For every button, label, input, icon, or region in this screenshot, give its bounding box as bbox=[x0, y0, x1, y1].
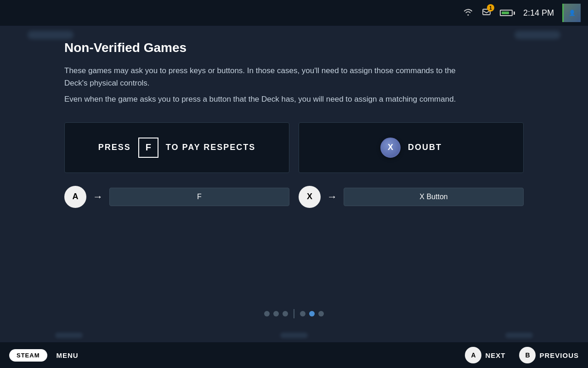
mapping-row: A → F X → X Button bbox=[64, 186, 524, 208]
card-press-f: PRESS F TO PAY RESPECTS bbox=[64, 122, 289, 173]
prev-btn-circle: B bbox=[519, 347, 536, 363]
mapping-value-f[interactable]: F bbox=[109, 188, 289, 206]
wifi-icon bbox=[463, 8, 473, 18]
dot-divider bbox=[294, 309, 294, 318]
clock: 2:14 PM bbox=[523, 8, 554, 18]
deco-bottom-right bbox=[505, 333, 533, 338]
mapping-item-x: X → X Button bbox=[299, 186, 524, 208]
dot-4[interactable] bbox=[300, 311, 305, 316]
deco-bottom-left bbox=[55, 333, 83, 338]
dot-2[interactable] bbox=[273, 311, 279, 316]
notification-icon[interactable]: 1 bbox=[481, 7, 492, 19]
avatar[interactable]: 👤 bbox=[562, 4, 581, 22]
prev-label: PREVIOUS bbox=[539, 351, 579, 359]
dot-1[interactable] bbox=[264, 311, 270, 316]
card-doubt-text: DOUBT bbox=[408, 143, 442, 152]
top-bar: 1 2:14 PM 👤 bbox=[0, 0, 588, 26]
cards-row: PRESS F TO PAY RESPECTS X DOUBT bbox=[64, 122, 524, 173]
circle-btn-a: A bbox=[64, 186, 86, 208]
bottom-actions: A NEXT B PREVIOUS bbox=[465, 347, 579, 363]
steam-button[interactable]: STEAM bbox=[9, 349, 47, 362]
dot-6[interactable] bbox=[318, 311, 324, 316]
menu-label: MENU bbox=[57, 351, 79, 359]
dot-3[interactable] bbox=[283, 311, 288, 316]
main-content: Non-Verified Games These games may ask y… bbox=[0, 26, 588, 342]
circle-btn-x: X bbox=[299, 186, 321, 208]
card-x-doubt: X DOUBT bbox=[299, 122, 524, 173]
pagination bbox=[64, 309, 524, 328]
x-button-icon: X bbox=[380, 138, 401, 158]
card-prefix: PRESS bbox=[98, 143, 131, 152]
mapping-value-xbutton[interactable]: X Button bbox=[344, 188, 524, 206]
deco-bottom bbox=[0, 328, 588, 342]
mapping-item-a: A → F bbox=[64, 186, 289, 208]
deco-bottom-center bbox=[280, 333, 308, 338]
battery-icon bbox=[500, 10, 515, 16]
notification-count: 1 bbox=[487, 4, 494, 12]
page-title: Non-Verified Games bbox=[64, 40, 524, 55]
card-suffix: TO PAY RESPECTS bbox=[166, 143, 255, 152]
next-btn-circle: A bbox=[465, 347, 481, 363]
key-f: F bbox=[138, 138, 158, 158]
next-label: NEXT bbox=[485, 351, 505, 359]
dot-5-active[interactable] bbox=[309, 311, 315, 316]
description-1: These games may ask you to press keys or… bbox=[64, 64, 478, 89]
next-action[interactable]: A NEXT bbox=[465, 347, 505, 363]
bottom-bar: STEAM MENU A NEXT B PREVIOUS bbox=[0, 342, 588, 368]
arrow-1: → bbox=[93, 191, 103, 203]
description-2: Even when the game asks you to press a b… bbox=[64, 93, 478, 105]
arrow-2: → bbox=[327, 191, 337, 203]
prev-action[interactable]: B PREVIOUS bbox=[519, 347, 579, 363]
